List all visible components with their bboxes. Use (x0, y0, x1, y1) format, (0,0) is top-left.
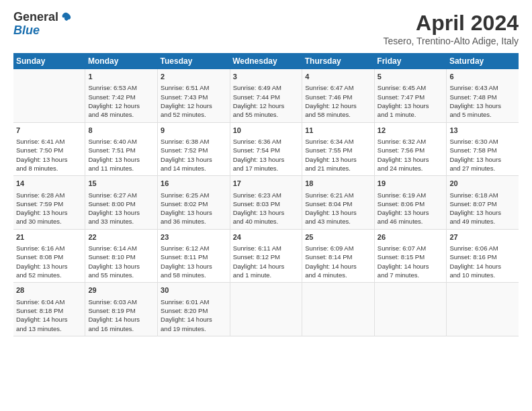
day-info-line: Sunrise: 6:47 AM (305, 83, 371, 92)
day-info-line: and 5 minutes. (449, 110, 516, 119)
calendar-cell: 29Sunrise: 6:03 AMSunset: 8:19 PMDayligh… (85, 283, 158, 336)
day-info-line: Sunrise: 6:09 AM (305, 244, 371, 253)
day-number: 8 (88, 126, 154, 136)
calendar-week-3: 14Sunrise: 6:28 AMSunset: 7:59 PMDayligh… (13, 176, 519, 230)
day-info-line: Daylight: 13 hours (449, 208, 516, 217)
day-info-line: Sunset: 7:44 PM (233, 93, 300, 101)
day-info-line: and 14 minutes. (161, 164, 227, 173)
day-info-line: Daylight: 14 hours (449, 262, 516, 271)
day-info-line: Daylight: 13 hours (88, 208, 154, 217)
day-info-line: Sunset: 7:42 PM (88, 93, 154, 101)
day-number: 18 (305, 179, 371, 189)
header-friday: Friday (374, 53, 447, 69)
day-info-line: Sunrise: 6:49 AM (233, 83, 300, 92)
calendar-cell: 23Sunrise: 6:12 AMSunset: 8:11 PMDayligh… (158, 229, 230, 283)
calendar-cell: 6Sunrise: 6:43 AMSunset: 7:48 PMDaylight… (447, 69, 519, 122)
day-number: 29 (88, 285, 154, 295)
day-info-line: Sunrise: 6:04 AM (16, 298, 82, 306)
day-info-line: Daylight: 12 hours (305, 101, 371, 110)
header-area: General Blue April 2024 Tesero, Trentino… (13, 11, 519, 46)
calendar-cell: 4Sunrise: 6:47 AMSunset: 7:46 PMDaylight… (302, 69, 375, 122)
day-number: 6 (449, 72, 516, 82)
calendar-cell (230, 283, 302, 336)
day-info-line: and 52 minutes. (161, 110, 227, 119)
day-number: 25 (305, 232, 371, 242)
day-info-line: Sunset: 7:56 PM (378, 146, 444, 154)
day-info-line: and 13 minutes. (16, 324, 82, 333)
day-info-line: and 27 minutes. (449, 164, 516, 173)
day-info-line: Daylight: 13 hours (161, 262, 227, 271)
day-info-line: Daylight: 14 hours (88, 315, 154, 324)
day-info-line: Sunset: 7:55 PM (305, 146, 371, 154)
day-info-line: Daylight: 13 hours (449, 155, 516, 164)
day-info-line: Daylight: 13 hours (378, 155, 444, 164)
day-info-line: Daylight: 13 hours (16, 155, 82, 164)
day-number: 2 (161, 72, 227, 82)
logo-text-general: General (13, 11, 58, 24)
day-info-line: and 1 minute. (233, 271, 300, 279)
header-wednesday: Wednesday (230, 53, 302, 69)
day-info-line: and 46 minutes. (378, 217, 444, 226)
calendar-cell: 16Sunrise: 6:25 AMSunset: 8:02 PMDayligh… (158, 176, 230, 230)
calendar-table: Sunday Monday Tuesday Wednesday Thursday… (13, 53, 519, 336)
calendar-cell: 28Sunrise: 6:04 AMSunset: 8:18 PMDayligh… (13, 283, 85, 336)
day-info-line: Sunset: 8:04 PM (305, 199, 371, 208)
day-info-line: Sunset: 7:46 PM (305, 93, 371, 101)
day-info-line: Sunrise: 6:41 AM (16, 137, 82, 146)
day-info-line: Sunset: 8:10 PM (88, 253, 154, 261)
logo: General Blue (13, 11, 72, 38)
calendar-cell: 18Sunrise: 6:21 AMSunset: 8:04 PMDayligh… (302, 176, 375, 230)
day-info-line: Sunset: 8:19 PM (88, 306, 154, 315)
calendar-cell: 17Sunrise: 6:23 AMSunset: 8:03 PMDayligh… (230, 176, 302, 230)
day-number: 26 (378, 232, 444, 242)
day-number: 12 (378, 126, 444, 136)
day-info-line: Sunset: 7:47 PM (378, 93, 444, 101)
day-info-line: Sunrise: 6:01 AM (161, 298, 227, 306)
header-sunday: Sunday (13, 53, 85, 69)
day-info-line: Sunset: 8:08 PM (16, 253, 82, 261)
day-info-line: Daylight: 13 hours (233, 208, 300, 217)
day-number: 15 (88, 179, 154, 189)
header-tuesday: Tuesday (158, 53, 230, 69)
day-info-line: Daylight: 14 hours (233, 262, 300, 271)
day-number: 9 (161, 126, 227, 136)
day-info-line: Sunrise: 6:06 AM (449, 244, 516, 253)
calendar-cell: 20Sunrise: 6:18 AMSunset: 8:07 PMDayligh… (447, 176, 519, 230)
calendar-week-5: 28Sunrise: 6:04 AMSunset: 8:18 PMDayligh… (13, 283, 519, 336)
day-info-line: Sunset: 8:03 PM (233, 199, 300, 208)
day-info-line: and 30 minutes. (16, 217, 82, 226)
day-info-line: Sunrise: 6:28 AM (16, 191, 82, 199)
day-number: 19 (378, 179, 444, 189)
day-info-line: Sunset: 8:15 PM (378, 253, 444, 261)
day-info-line: and 4 minutes. (305, 271, 371, 279)
day-number: 11 (305, 126, 371, 136)
day-info-line: Sunrise: 6:45 AM (378, 83, 444, 92)
calendar-cell: 26Sunrise: 6:07 AMSunset: 8:15 PMDayligh… (374, 229, 447, 283)
day-info-line: Sunrise: 6:27 AM (88, 191, 154, 199)
day-info-line: and 40 minutes. (233, 217, 300, 226)
calendar-week-4: 21Sunrise: 6:16 AMSunset: 8:08 PMDayligh… (13, 229, 519, 283)
calendar-cell: 10Sunrise: 6:36 AMSunset: 7:54 PMDayligh… (230, 122, 302, 176)
day-number: 21 (16, 232, 82, 242)
day-info-line: Sunset: 7:43 PM (161, 93, 227, 101)
day-info-line: and 11 minutes. (88, 164, 154, 173)
day-info-line: Sunrise: 6:43 AM (449, 83, 516, 92)
day-number: 5 (378, 72, 444, 82)
day-info-line: and 16 minutes. (88, 324, 154, 333)
day-info-line: Sunset: 7:58 PM (449, 146, 516, 154)
day-info-line: Sunrise: 6:25 AM (161, 191, 227, 199)
title-area: April 2024 Tesero, Trentino-Alto Adige, … (383, 11, 519, 46)
day-info-line: Sunrise: 6:30 AM (449, 137, 516, 146)
day-info-line: Sunrise: 6:32 AM (378, 137, 444, 146)
calendar-cell: 12Sunrise: 6:32 AMSunset: 7:56 PMDayligh… (374, 122, 447, 176)
day-info-line: and 33 minutes. (88, 217, 154, 226)
logo-text-blue: Blue (13, 24, 40, 38)
day-info-line: Sunrise: 6:21 AM (305, 191, 371, 199)
calendar-cell: 5Sunrise: 6:45 AMSunset: 7:47 PMDaylight… (374, 69, 447, 122)
day-info-line: Daylight: 12 hours (161, 101, 227, 110)
logo-bird-icon (60, 11, 72, 24)
day-info-line: Sunrise: 6:03 AM (88, 298, 154, 306)
calendar-cell: 24Sunrise: 6:11 AMSunset: 8:12 PMDayligh… (230, 229, 302, 283)
day-info-line: Sunrise: 6:51 AM (161, 83, 227, 92)
day-number: 13 (449, 126, 516, 136)
